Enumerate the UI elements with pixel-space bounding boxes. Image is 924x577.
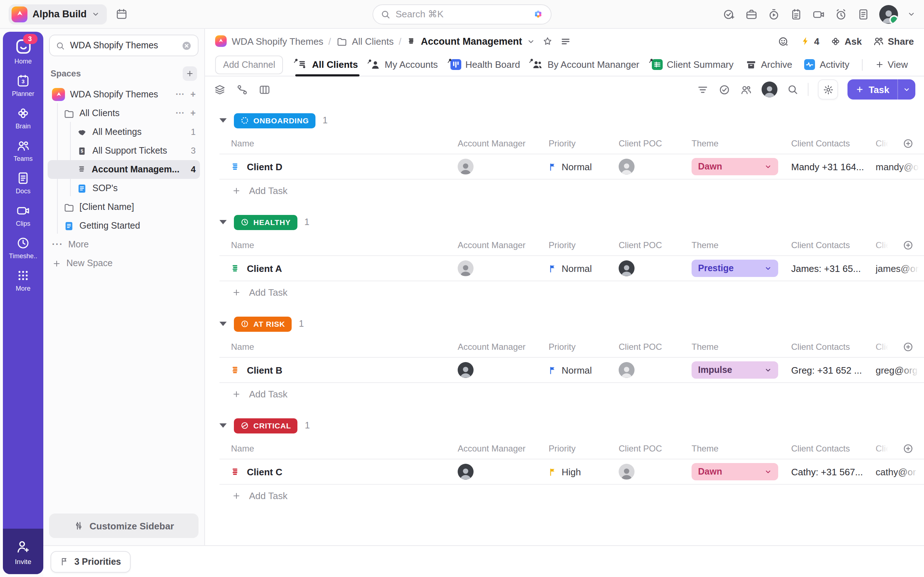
collapse-group-icon[interactable]	[220, 220, 227, 224]
task-name[interactable]: Client D	[247, 161, 282, 172]
column-header[interactable]: Clie	[876, 240, 890, 250]
status-badge[interactable]: AT RISK	[234, 316, 292, 331]
client-poc-avatar[interactable]	[619, 362, 635, 378]
column-header[interactable]: Priority	[549, 443, 619, 454]
table-row[interactable]: Client A Normal Prestige James: +31 65..…	[220, 256, 924, 281]
column-header[interactable]: Client Contacts	[791, 240, 876, 250]
search-icon[interactable]	[787, 84, 799, 95]
client-contact[interactable]: Mandy +31 164...	[791, 161, 876, 172]
sidebar-search-input[interactable]: WDA Shopify Themes	[49, 35, 199, 56]
rail-item-clips[interactable]: Clips	[3, 203, 43, 227]
rail-item-planner[interactable]: 3 Planner	[3, 74, 43, 97]
columns-icon[interactable]	[258, 83, 271, 95]
folder-more-icon[interactable]: ···	[175, 108, 184, 118]
priority-value[interactable]: Normal	[562, 161, 592, 172]
column-header[interactable]: Client POC	[619, 443, 691, 454]
space-add-icon[interactable]: +	[190, 89, 195, 100]
task-check-plus-icon[interactable]	[723, 8, 736, 21]
tab-archive[interactable]: Archive	[746, 53, 792, 76]
tab-all-clients[interactable]: All Clients	[297, 53, 358, 76]
document-icon[interactable]	[857, 8, 870, 21]
customize-sidebar-button[interactable]: Customize Sidebar	[49, 514, 199, 538]
closed-tasks-icon[interactable]	[719, 83, 731, 95]
column-header[interactable]: Name	[220, 139, 458, 148]
column-header[interactable]: Account Manager	[458, 240, 549, 250]
sidebar-item-new-space[interactable]: New Space	[48, 254, 200, 272]
column-header[interactable]: Theme	[691, 443, 791, 454]
table-row[interactable]: Client C High Dawn Cathy: +31 567... cat…	[220, 459, 924, 485]
add-task-button[interactable]: Add Task	[220, 281, 924, 303]
add-channel-button[interactable]: Add Channel	[215, 55, 283, 74]
theme-dropdown[interactable]: Impulse	[691, 361, 778, 379]
rail-item-teams[interactable]: Teams	[3, 139, 43, 162]
column-header[interactable]: Client Contacts	[791, 139, 876, 148]
subtasks-flow-icon[interactable]	[236, 83, 248, 95]
inbox-briefcase-icon[interactable]	[745, 8, 758, 21]
add-task-button[interactable]: Add Task	[220, 180, 924, 201]
column-header[interactable]: Priority	[549, 342, 619, 352]
task-dropdown-chevron[interactable]	[897, 79, 915, 100]
new-task-button[interactable]: Task	[848, 79, 915, 100]
calendar-icon[interactable]	[115, 8, 128, 20]
tab-my-accounts[interactable]: My Accounts	[370, 53, 438, 76]
column-header[interactable]: Clie	[876, 139, 890, 148]
sidebar-item-space[interactable]: WDA Shopify Themes ···+	[48, 85, 200, 104]
column-header[interactable]: Clie	[876, 342, 890, 352]
client-poc-avatar[interactable]	[619, 159, 635, 174]
add-task-button[interactable]: Add Task	[220, 383, 924, 405]
column-header[interactable]: Priority	[549, 139, 619, 148]
clear-search-icon[interactable]	[181, 40, 192, 51]
tab-activity[interactable]: Activity	[804, 53, 849, 76]
priorities-pill[interactable]: 3 Priorities	[50, 551, 130, 572]
collapse-group-icon[interactable]	[220, 423, 227, 428]
rail-item-more[interactable]: More	[3, 268, 43, 292]
invite-button[interactable]: Invite	[3, 529, 43, 574]
theme-dropdown[interactable]: Dawn	[691, 463, 778, 480]
tab-client-summary[interactable]: Client Summary	[651, 53, 733, 76]
status-badge[interactable]: ONBOARDING	[234, 113, 315, 128]
table-row[interactable]: Client D Normal Dawn Mandy +31 164... ma…	[220, 154, 924, 180]
me-filter-avatar[interactable]	[762, 82, 778, 97]
column-header[interactable]: Theme	[691, 240, 791, 250]
sidebar-item-all-support-tickets[interactable]: $ All Support Tickets 3	[48, 141, 200, 160]
column-header[interactable]: Name	[220, 240, 458, 250]
status-badge[interactable]: CRITICAL	[234, 418, 297, 433]
client-contact[interactable]: Greg: +31 652 ...	[791, 364, 876, 376]
add-column-icon[interactable]	[902, 443, 914, 455]
column-header[interactable]: Client POC	[619, 240, 691, 250]
view-options-icon[interactable]	[561, 36, 571, 47]
folder-add-icon[interactable]: +	[190, 108, 195, 118]
column-header[interactable]: Clie	[876, 443, 890, 454]
priority-value[interactable]: Normal	[562, 364, 592, 376]
client-contact[interactable]: James: +31 65...	[791, 263, 876, 274]
add-task-button[interactable]: Add Task	[220, 485, 924, 506]
collapse-group-icon[interactable]	[220, 118, 227, 122]
notepad-icon[interactable]	[790, 8, 803, 21]
space-more-icon[interactable]: ···	[175, 89, 184, 100]
priority-value[interactable]: High	[562, 466, 581, 477]
column-header[interactable]: Priority	[549, 240, 619, 250]
rail-item-brain[interactable]: Brain	[3, 106, 43, 130]
table-row[interactable]: Client B Normal Impulse Greg: +31 652 ..…	[220, 358, 924, 383]
breadcrumb-current[interactable]: Account Management	[421, 36, 522, 47]
column-header[interactable]: Account Manager	[458, 443, 549, 454]
global-search-input[interactable]: Search ⌘K	[373, 4, 551, 24]
add-column-icon[interactable]	[902, 239, 914, 251]
settings-gear-button[interactable]	[818, 79, 838, 100]
theme-dropdown[interactable]: Dawn	[691, 158, 778, 175]
sidebar-item-more[interactable]: ··· More	[48, 235, 200, 254]
sidebar-item-client-name[interactable]: [Client Name]	[48, 198, 200, 216]
account-manager-avatar[interactable]	[458, 159, 473, 174]
share-button[interactable]: Share	[873, 35, 914, 47]
alarm-clock-icon[interactable]	[835, 8, 848, 21]
add-space-button[interactable]	[183, 66, 197, 81]
column-header[interactable]: Theme	[691, 139, 791, 148]
sidebar-item-all-meetings[interactable]: All Meetings 1	[48, 122, 200, 141]
client-poc-avatar[interactable]	[619, 260, 635, 276]
add-column-icon[interactable]	[902, 341, 914, 353]
client-poc-avatar[interactable]	[619, 464, 635, 480]
group-by-layers-icon[interactable]	[214, 83, 226, 95]
workspace-switcher[interactable]: Alpha Build	[9, 4, 107, 24]
sidebar-item-account-management[interactable]: Account Managem... 4	[48, 160, 200, 179]
client-email[interactable]: james@or	[876, 263, 924, 274]
